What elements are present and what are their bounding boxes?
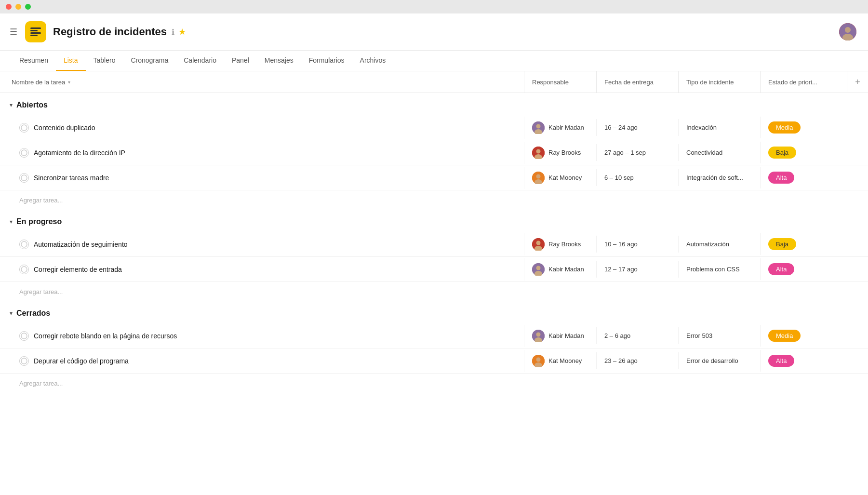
- svg-point-33: [536, 357, 541, 361]
- svg-point-25: [536, 266, 541, 270]
- add-task-button[interactable]: Agregar tarea...: [0, 190, 868, 210]
- status-badge: Alta: [768, 172, 794, 184]
- star-icon[interactable]: ★: [178, 27, 186, 37]
- task-cell-due-date: 16 – 24 ago: [596, 119, 678, 136]
- responsible-name: Ray Brooks: [548, 149, 581, 156]
- avatar: [532, 172, 545, 184]
- due-date: 10 – 16 ago: [604, 241, 638, 248]
- svg-point-17: [536, 174, 541, 178]
- close-button[interactable]: [6, 4, 12, 10]
- add-column-button[interactable]: +: [847, 71, 868, 93]
- status-badge: Media: [768, 121, 801, 134]
- col-header-task[interactable]: Nombre de la tarea ▾: [0, 74, 524, 91]
- tab-archivos[interactable]: Archivos: [352, 51, 394, 71]
- task-cell-incident-type: Integración de soft...: [678, 169, 760, 186]
- tab-mensajes[interactable]: Mensajes: [257, 51, 301, 71]
- table-row[interactable]: Agotamiento de la dirección IP Ray Brook…: [0, 140, 868, 165]
- svg-rect-2: [30, 32, 41, 34]
- col-header-due-date: Fecha de entrega: [596, 71, 678, 93]
- tab-cronograma[interactable]: Cronograma: [123, 51, 176, 71]
- svg-point-21: [536, 241, 541, 245]
- due-date: 2 – 6 ago: [604, 332, 630, 339]
- task-cell-responsible: Kat Mooney: [524, 167, 596, 189]
- task-cell-due-date: 23 – 26 ago: [596, 352, 678, 369]
- responsible-name: Kabir Madan: [548, 332, 584, 339]
- task-cell-due-date: 12 – 17 ago: [596, 261, 678, 278]
- task-cell-incident-type: Automatización: [678, 236, 760, 253]
- avatar: [532, 147, 545, 159]
- task-name-cell: Sincronizar tareas madre: [0, 167, 524, 188]
- task-name: Corregir rebote blando en la página de r…: [34, 332, 177, 340]
- task-name-cell: Automatización de seguimiento: [0, 234, 524, 255]
- app-logo: [25, 21, 46, 42]
- incident-type: Automatización: [686, 241, 729, 248]
- task-check-icon[interactable]: [19, 356, 29, 366]
- minimize-button[interactable]: [15, 4, 21, 10]
- table-row[interactable]: Automatización de seguimiento Ray Brooks…: [0, 232, 868, 257]
- due-date: 6 – 10 sep: [604, 174, 634, 181]
- header: ☰ Registro de incidentes ℹ ★: [0, 13, 868, 51]
- task-name: Contenido duplicado: [34, 124, 95, 132]
- task-name-cell: Corregir rebote blando en la página de r…: [0, 325, 524, 347]
- maximize-button[interactable]: [25, 4, 31, 10]
- tab-calendario[interactable]: Calendario: [176, 51, 224, 71]
- tab-resumen[interactable]: Resumen: [12, 51, 56, 71]
- section-header-en-progreso[interactable]: ▾ En progreso: [0, 210, 868, 232]
- task-check-icon[interactable]: [19, 331, 29, 341]
- page-title: Registro de incidentes: [53, 26, 167, 38]
- responsible-name: Kat Mooney: [548, 357, 582, 364]
- svg-rect-0: [30, 27, 41, 29]
- task-check-icon[interactable]: [19, 123, 29, 133]
- tab-tablero[interactable]: Tablero: [86, 51, 123, 71]
- svg-point-15: [21, 175, 27, 181]
- incident-type: Integración de soft...: [686, 174, 743, 181]
- section-cerrados: ▾ Cerrados Corregir rebote blando en la …: [0, 301, 868, 393]
- info-icon[interactable]: ℹ: [172, 27, 174, 37]
- section-header-abiertos[interactable]: ▾ Abiertos: [0, 93, 868, 115]
- task-name: Automatización de seguimiento: [34, 241, 128, 248]
- table-row[interactable]: Depurar el código del programa Kat Moone…: [0, 348, 868, 374]
- svg-point-7: [21, 125, 27, 131]
- status-badge: Alta: [768, 355, 794, 367]
- column-headers: Nombre de la tarea ▾ Responsable Fecha d…: [0, 71, 868, 93]
- add-task-button[interactable]: Agregar tarea...: [0, 282, 868, 301]
- due-date: 23 – 26 ago: [604, 357, 638, 364]
- avatar: [532, 355, 545, 367]
- task-cell-incident-type: Conectividad: [678, 144, 760, 161]
- svg-point-9: [536, 124, 541, 128]
- task-check-icon[interactable]: [19, 265, 29, 274]
- task-check-icon[interactable]: [19, 173, 29, 183]
- due-date: 12 – 17 ago: [604, 266, 638, 273]
- task-cell-status: Alta: [760, 350, 847, 372]
- tab-formularios[interactable]: Formularios: [301, 51, 352, 71]
- section-en-progreso: ▾ En progreso Automatización de seguimie…: [0, 210, 868, 301]
- section-header-cerrados[interactable]: ▾ Cerrados: [0, 301, 868, 323]
- task-check-icon[interactable]: [19, 148, 29, 158]
- table-row[interactable]: Corregir rebote blando en la página de r…: [0, 323, 868, 348]
- table-row[interactable]: Contenido duplicado Kabir Madan 16 – 24 …: [0, 115, 868, 140]
- avatar[interactable]: [839, 23, 856, 40]
- hamburger-icon[interactable]: ☰: [10, 27, 17, 37]
- tab-panel[interactable]: Panel: [224, 51, 257, 71]
- svg-point-11: [21, 150, 27, 156]
- sections-container: ▾ Abiertos Contenido duplicado Kabir Mad…: [0, 93, 868, 393]
- avatar: [532, 238, 545, 251]
- section-title-en-progreso: En progreso: [16, 217, 62, 226]
- incident-type: Error 503: [686, 332, 712, 339]
- app-container: ☰ Registro de incidentes ℹ ★ Resumen Lis…: [0, 13, 868, 495]
- task-cell-responsible: Kabir Madan: [524, 325, 596, 347]
- table-row[interactable]: Corregir elemento de entrada Kabir Madan…: [0, 257, 868, 282]
- section-title-cerrados: Cerrados: [16, 309, 50, 318]
- task-cell-incident-type: Problema con CSS: [678, 261, 760, 278]
- chevron-down-icon: ▾: [68, 80, 70, 85]
- svg-point-19: [21, 241, 27, 247]
- svg-point-27: [21, 333, 27, 339]
- task-cell-responsible: Kabir Madan: [524, 117, 596, 139]
- status-badge: Alta: [768, 263, 794, 275]
- title-bar: [0, 0, 868, 13]
- task-check-icon[interactable]: [19, 240, 29, 249]
- table-row[interactable]: Sincronizar tareas madre Kat Mooney 6 – …: [0, 165, 868, 190]
- status-badge: Media: [768, 330, 801, 342]
- tab-lista[interactable]: Lista: [56, 51, 86, 71]
- add-task-button[interactable]: Agregar tarea...: [0, 374, 868, 393]
